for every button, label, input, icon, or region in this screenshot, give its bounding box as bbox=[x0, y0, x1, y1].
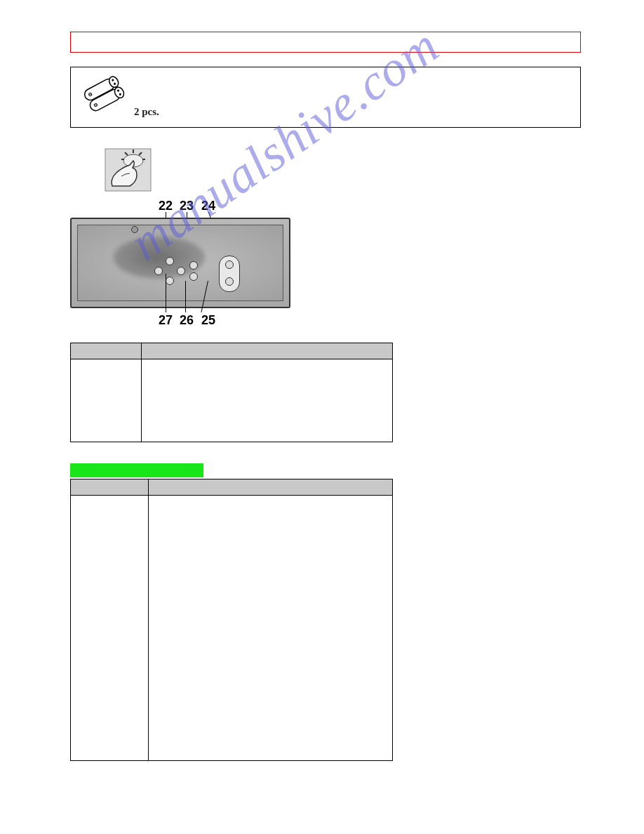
table-cell bbox=[71, 359, 142, 442]
callout-number: 25 bbox=[201, 313, 215, 328]
callout-number: 26 bbox=[180, 313, 194, 328]
callout-number: 27 bbox=[159, 313, 173, 328]
callout-number: 24 bbox=[201, 199, 215, 213]
table-cell bbox=[142, 359, 393, 442]
title-frame bbox=[70, 32, 581, 53]
table-cell bbox=[149, 496, 393, 761]
table-header-cell bbox=[142, 343, 393, 359]
table-header-cell bbox=[71, 479, 149, 496]
remote-bottom-diagram: 22 23 24 27 26 bbox=[70, 197, 288, 337]
description-table-2 bbox=[70, 479, 393, 761]
table-header-cell bbox=[71, 343, 142, 359]
batteries-illustration bbox=[78, 74, 134, 113]
press-button-icon bbox=[102, 145, 581, 197]
description-table-1 bbox=[70, 343, 393, 442]
required-parts-frame: 2 pcs. bbox=[70, 67, 581, 128]
parts-quantity-label: 2 pcs. bbox=[134, 106, 159, 118]
table-cell bbox=[71, 496, 149, 761]
callout-number: 23 bbox=[180, 199, 194, 213]
table-header-cell bbox=[149, 479, 393, 496]
callout-number: 22 bbox=[159, 199, 173, 213]
section-highlight bbox=[70, 463, 203, 477]
